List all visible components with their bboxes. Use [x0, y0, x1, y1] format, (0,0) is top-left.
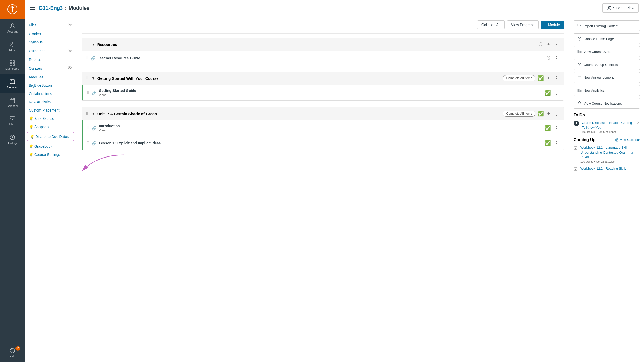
coming-up-link-workbook-12-1[interactable]: Workbook 12.1 | Language Skill: Understa… [580, 145, 640, 160]
new-analytics-label: New Analytics [584, 89, 605, 92]
modules-toolbar: Collapse All View Progress + Module [82, 20, 564, 34]
sidebar-item-snapshot[interactable]: 💡 Snapshot [25, 123, 76, 131]
hamburger-menu[interactable] [30, 5, 36, 11]
choose-home-page-button[interactable]: Choose Home Page [574, 33, 640, 44]
completed-icon-getting-started: ✅ [537, 75, 544, 81]
sidebar-item-files[interactable]: Files [25, 20, 76, 30]
bulb-icon-bulk-excuse: 💡 [29, 116, 33, 121]
view-progress-button[interactable]: View Progress [507, 20, 539, 29]
publish-icon-resources[interactable] [537, 41, 544, 48]
app-logo[interactable] [0, 0, 25, 19]
course-setup-checklist-button[interactable]: Course Setup Checklist [574, 59, 640, 70]
sidebar-item-bigbluebutton[interactable]: BigBlueButton [25, 81, 76, 90]
svg-rect-11 [10, 98, 15, 103]
module-item-introduction: ⠿ 🔗 Introduction View ✅ ⋮ [82, 120, 564, 136]
nav-item-courses[interactable]: Courses [0, 74, 25, 93]
nav-item-admin[interactable]: Admin [0, 37, 25, 56]
more-icon-lesson-1[interactable]: ⋮ [553, 140, 560, 146]
more-icon-teacher-resource[interactable]: ⋮ [553, 55, 560, 61]
sidebar-item-rubrics[interactable]: Rubrics [25, 56, 76, 64]
svg-text:3: 3 [616, 140, 617, 141]
toggle-getting-started[interactable]: ▼ [92, 76, 95, 80]
student-view-button[interactable]: Student View [602, 3, 639, 13]
sidebar-label-quizzes: Quizzes [29, 66, 42, 70]
sidebar-item-bulk-excuse[interactable]: 💡 Bulk Excuse [25, 114, 76, 123]
sidebar-item-collaborations[interactable]: Collaborations [25, 90, 76, 98]
sidebar-item-quizzes[interactable]: Quizzes [25, 64, 76, 73]
nav-item-calendar[interactable]: Calendar [0, 93, 25, 112]
more-icon-resources[interactable]: ⋮ [553, 41, 560, 48]
sidebar-label-syllabus: Syllabus [29, 40, 43, 44]
sidebar-item-course-settings[interactable]: 💡 Course Settings [25, 151, 76, 159]
right-sidebar: Import Existing Content Choose Home Page… [569, 16, 644, 362]
nav-item-history[interactable]: History [0, 130, 25, 149]
more-icon-getting-started[interactable]: ⋮ [553, 75, 560, 82]
sidebar-label-collaborations: Collaborations [29, 92, 52, 96]
no-publish-icon-teacher-resource[interactable] [546, 56, 551, 61]
nav-label-courses: Courses [7, 86, 18, 89]
toggle-unit-1[interactable]: ▼ [92, 112, 95, 116]
item-title-getting-started-guide: Getting Started Guide [99, 89, 542, 93]
sidebar-item-new-analytics[interactable]: New Analytics [25, 98, 76, 106]
nav-item-account[interactable]: Account [0, 19, 25, 37]
nav-item-dashboard[interactable]: Dashboard [0, 56, 25, 74]
breadcrumb-current: Modules [69, 5, 90, 11]
sidebar-item-custom-placement[interactable]: Custom Placement [25, 106, 76, 114]
todo-item-link[interactable]: Grade Discussion Board - Getting To Know… [582, 121, 634, 130]
drag-handle-unit-1[interactable]: ⠿ [86, 112, 88, 116]
nav-item-inbox[interactable]: Inbox [0, 112, 25, 130]
item-title-lesson-1: Lesson 1: Explicit and Implicit Ideas [99, 141, 542, 145]
svg-line-33 [539, 43, 542, 45]
drag-handle-resources[interactable]: ⠿ [86, 42, 88, 46]
sidebar-item-grades[interactable]: Grades [25, 30, 76, 38]
completed-icon-unit-1: ✅ [537, 111, 544, 117]
drag-handle-lesson-1[interactable]: ⠿ [87, 141, 90, 145]
module-item-getting-started-guide: ⠿ 🔗 Getting Started Guide View ✅ ⋮ [82, 85, 564, 100]
coming-up-link-workbook-12-2[interactable]: Workbook 12.2 | Reading Skill: [580, 166, 626, 171]
add-icon-unit-1[interactable]: + [546, 111, 551, 117]
sidebar-item-distribute-due-dates[interactable]: 💡 Distribute Due Dates [27, 132, 74, 141]
sidebar-item-gradebook[interactable]: 💡 Gradebook [25, 142, 76, 151]
workbook-icon-12-2 [574, 167, 578, 172]
toggle-resources[interactable]: ▼ [92, 42, 95, 46]
view-calendar-link[interactable]: 3 View Calendar [615, 138, 640, 142]
view-course-stream-button[interactable]: View Course Stream [574, 46, 640, 57]
new-analytics-button[interactable]: New Analytics [574, 85, 640, 96]
complete-all-unit-1[interactable]: Complete All Items [503, 111, 535, 117]
svg-point-3 [12, 44, 13, 45]
completed-icon-getting-started-guide: ✅ [544, 90, 551, 96]
sidebar-item-modules[interactable]: Modules [25, 73, 76, 81]
more-icon-introduction[interactable]: ⋮ [553, 125, 560, 131]
collapse-all-button[interactable]: Collapse All [477, 20, 505, 29]
breadcrumb-course[interactable]: G11-Eng3 [39, 5, 63, 11]
bulb-icon-snapshot: 💡 [29, 125, 33, 129]
complete-all-getting-started[interactable]: Complete All Items [503, 75, 535, 81]
link-icon-getting-started-guide: 🔗 [92, 90, 97, 95]
todo-close-icon[interactable]: ✕ [637, 121, 640, 125]
import-existing-content-button[interactable]: Import Existing Content [574, 20, 640, 31]
drag-handle-getting-started-guide[interactable]: ⠿ [87, 91, 90, 95]
todo-badge: 1 [574, 121, 579, 126]
item-subtitle-getting-started-guide: View [99, 93, 542, 97]
nav-label-account: Account [7, 30, 18, 33]
nav-item-help[interactable]: 10 Help [0, 343, 25, 362]
sidebar-item-syllabus[interactable]: Syllabus [25, 38, 76, 46]
eye-icon-quizzes [68, 66, 72, 71]
new-announcement-button[interactable]: New Announcement [574, 72, 640, 83]
add-module-button[interactable]: + Module [541, 21, 564, 29]
sidebar-label-course-settings: Course Settings [34, 153, 60, 157]
drag-handle-introduction[interactable]: ⠿ [87, 126, 90, 130]
sidebar-label-snapshot: Snapshot [34, 125, 50, 129]
nav-label-admin: Admin [8, 49, 16, 52]
drag-handle-getting-started[interactable]: ⠿ [86, 76, 88, 80]
item-title-introduction: Introduction [99, 124, 542, 128]
add-icon-getting-started[interactable]: + [546, 75, 551, 82]
completed-icon-lesson-1: ✅ [544, 140, 551, 146]
sidebar-item-outcomes[interactable]: Outcomes [25, 46, 76, 56]
drag-handle-teacher-resource[interactable]: ⠿ [86, 56, 88, 60]
more-icon-getting-started-guide[interactable]: ⋮ [553, 89, 560, 96]
more-icon-unit-1[interactable]: ⋮ [553, 110, 560, 117]
view-course-notifications-button[interactable]: View Course Notifications [574, 98, 640, 109]
add-icon-resources[interactable]: + [546, 41, 551, 48]
sidebar-label-files: Files [29, 23, 37, 27]
